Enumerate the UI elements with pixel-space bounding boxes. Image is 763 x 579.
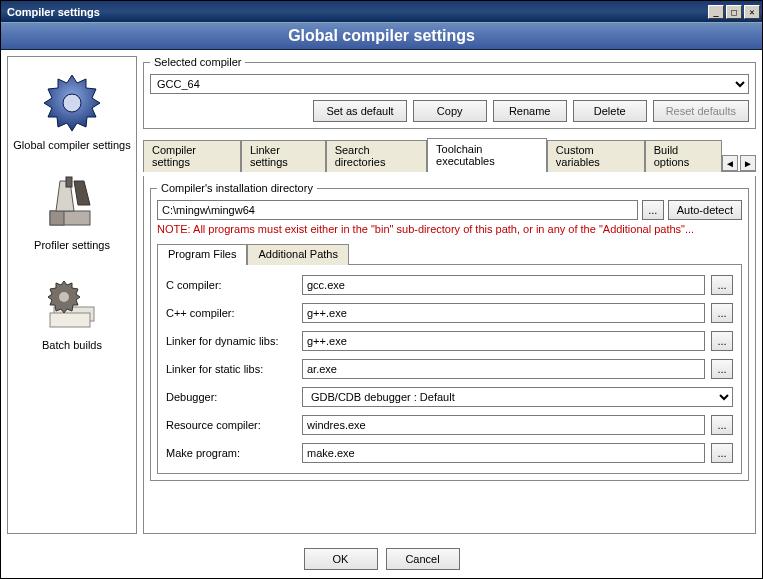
tab-linker-settings[interactable]: Linker settings: [241, 140, 326, 172]
window-buttons: _ □ ✕: [708, 5, 760, 19]
linker-dynamic-label: Linker for dynamic libs:: [166, 335, 296, 347]
install-dir-input[interactable]: [157, 200, 638, 220]
browse-c-compiler-button[interactable]: ...: [711, 275, 733, 295]
tab-scroll-right[interactable]: ►: [740, 155, 756, 171]
browse-linker-static-button[interactable]: ...: [711, 359, 733, 379]
tab-search-directories[interactable]: Search directories: [326, 140, 427, 172]
linker-static-label: Linker for static libs:: [166, 363, 296, 375]
tab-content: Compiler's installation directory ... Au…: [143, 176, 756, 534]
svg-rect-2: [50, 211, 64, 225]
sidebar-item-label: Global compiler settings: [13, 139, 130, 151]
install-dir-note: NOTE: All programs must exist either in …: [157, 223, 742, 235]
tab-scroll-left[interactable]: ◄: [722, 155, 738, 171]
sidebar-item-label: Profiler settings: [34, 239, 110, 251]
make-program-input[interactable]: [302, 443, 705, 463]
browse-resource-compiler-button[interactable]: ...: [711, 415, 733, 435]
selected-compiler-group: Selected compiler GCC_64 Set as default …: [143, 56, 756, 129]
linker-static-input[interactable]: [302, 359, 705, 379]
subtab-program-files[interactable]: Program Files: [157, 244, 247, 265]
tab-toolchain-executables[interactable]: Toolchain executables: [427, 138, 547, 172]
browse-cpp-compiler-button[interactable]: ...: [711, 303, 733, 323]
browse-linker-dynamic-button[interactable]: ...: [711, 331, 733, 351]
linker-dynamic-input[interactable]: [302, 331, 705, 351]
cancel-button[interactable]: Cancel: [386, 548, 460, 570]
caliper-icon: [40, 171, 104, 235]
svg-rect-3: [66, 177, 72, 187]
svg-point-6: [59, 292, 69, 302]
ok-button[interactable]: OK: [304, 548, 378, 570]
settings-tabstrip: Compiler settings Linker settings Search…: [143, 137, 756, 172]
install-dir-group: Compiler's installation directory ... Au…: [150, 182, 749, 481]
cpp-compiler-input[interactable]: [302, 303, 705, 323]
debugger-select[interactable]: GDB/CDB debugger : Default: [302, 387, 733, 407]
sidebar-item-global-compiler[interactable]: Global compiler settings: [8, 65, 136, 165]
program-files-form: C compiler: ... C++ compiler: ... Linker…: [157, 265, 742, 474]
sidebar-item-profiler[interactable]: Profiler settings: [8, 165, 136, 265]
cpp-compiler-label: C++ compiler:: [166, 307, 296, 319]
c-compiler-label: C compiler:: [166, 279, 296, 291]
install-dir-legend: Compiler's installation directory: [157, 182, 317, 194]
copy-button[interactable]: Copy: [413, 100, 487, 122]
gear-stack-icon: [40, 271, 104, 335]
dialog-buttons: OK Cancel: [1, 540, 762, 578]
program-tabs: Program Files Additional Paths: [157, 243, 742, 265]
window-title: Compiler settings: [7, 6, 708, 18]
debugger-label: Debugger:: [166, 391, 296, 403]
compiler-select[interactable]: GCC_64: [150, 74, 749, 94]
delete-button[interactable]: Delete: [573, 100, 647, 122]
main-panel: Selected compiler GCC_64 Set as default …: [143, 56, 756, 534]
rename-button[interactable]: Rename: [493, 100, 567, 122]
tab-custom-variables[interactable]: Custom variables: [547, 140, 645, 172]
sidebar-item-batch-builds[interactable]: Batch builds: [8, 265, 136, 365]
sidebar-item-label: Batch builds: [42, 339, 102, 351]
resource-compiler-input[interactable]: [302, 415, 705, 435]
title-bar: Compiler settings _ □ ✕: [1, 1, 762, 22]
subtab-additional-paths[interactable]: Additional Paths: [247, 244, 349, 265]
svg-rect-5: [50, 313, 90, 327]
close-button[interactable]: ✕: [744, 5, 760, 19]
minimize-button[interactable]: _: [708, 5, 724, 19]
category-sidebar: Global compiler settings Profiler settin…: [7, 56, 137, 534]
page-header: Global compiler settings: [1, 22, 762, 50]
maximize-button[interactable]: □: [726, 5, 742, 19]
auto-detect-button[interactable]: Auto-detect: [668, 200, 742, 220]
resource-compiler-label: Resource compiler:: [166, 419, 296, 431]
svg-point-0: [63, 94, 81, 112]
set-default-button[interactable]: Set as default: [313, 100, 406, 122]
tab-build-options[interactable]: Build options: [645, 140, 722, 172]
selected-compiler-legend: Selected compiler: [150, 56, 245, 68]
make-program-label: Make program:: [166, 447, 296, 459]
tab-compiler-settings[interactable]: Compiler settings: [143, 140, 241, 172]
browse-make-program-button[interactable]: ...: [711, 443, 733, 463]
browse-install-dir-button[interactable]: ...: [642, 200, 664, 220]
c-compiler-input[interactable]: [302, 275, 705, 295]
reset-defaults-button[interactable]: Reset defaults: [653, 100, 749, 122]
gear-icon: [40, 71, 104, 135]
